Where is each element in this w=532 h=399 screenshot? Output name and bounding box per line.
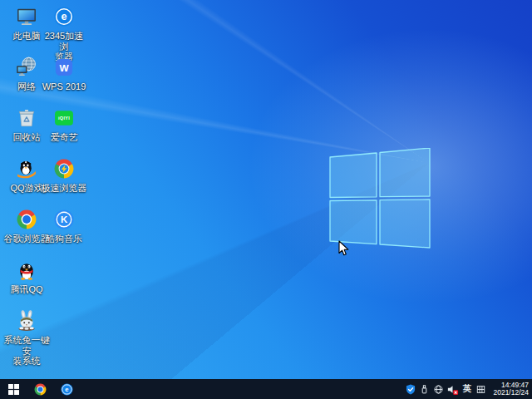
windows-desktop: 此电脑网络回收站QQ游戏谷歌浏览器腾讯QQ系统兔一键安 装系统e2345加速浏 …	[0, 0, 532, 399]
tray-network[interactable]	[432, 382, 445, 397]
svg-text:e: e	[65, 386, 69, 393]
svg-text:K: K	[61, 214, 68, 224]
qq-games-penguin-icon	[15, 157, 38, 180]
tray-ime-lang[interactable]: 英	[461, 382, 473, 397]
desktop-icon-speed-browser[interactable]: 极速浏览器	[41, 157, 87, 194]
rabbit-mascot-icon	[15, 309, 38, 332]
desktop-icon-tencent-qq[interactable]: 腾讯QQ	[3, 259, 50, 295]
taskbar-clock[interactable]: 14:49:47 2021/12/24	[488, 382, 532, 397]
desktop-icon-kugou-music[interactable]: K酷狗音乐	[41, 208, 87, 244]
network-globe-icon	[15, 56, 38, 79]
taskbar: e 英 14:49:47 2021/12/24	[0, 379, 532, 399]
tray-volume[interactable]	[446, 382, 459, 397]
chrome-icon	[15, 208, 38, 231]
globe-icon	[433, 384, 444, 395]
windows-start-icon	[8, 384, 19, 395]
qq-penguin-icon	[15, 259, 38, 282]
tray-usb[interactable]	[418, 382, 431, 397]
taskbar-app-chrome[interactable]	[27, 379, 53, 399]
tray-ime-pad[interactable]	[475, 382, 487, 397]
system-tray: 英 14:49:47 2021/12/24	[403, 379, 532, 399]
desktop-icon-wps-2019[interactable]: WWPS 2019	[41, 56, 87, 92]
mouse-cursor	[337, 240, 349, 257]
kugou-music-icon: K	[52, 208, 76, 231]
iqiyi-icon: iQIYI	[52, 106, 76, 130]
svg-text:e: e	[61, 11, 66, 22]
tray-icon-area: 英	[403, 382, 488, 397]
desktop-icon-grid: 此电脑网络回收站QQ游戏谷歌浏览器腾讯QQ系统兔一键安 装系统e2345加速浏 …	[3, 0, 103, 379]
desktop-icon-label: 爱奇艺	[41, 132, 87, 143]
desktop-icon-system-rabbit[interactable]: 系统兔一键安 装系统	[3, 309, 50, 367]
desktop-icon-label: 酷狗音乐	[41, 234, 87, 244]
desktop-icon-label: 极速浏览器	[41, 183, 87, 194]
speed-browser-icon	[52, 157, 76, 180]
svg-text:iQIYI: iQIYI	[58, 116, 70, 121]
desktop-icon-iqiyi[interactable]: iQIYI爱奇艺	[41, 106, 87, 143]
recycle-bin-icon	[15, 106, 38, 130]
wps-icon: W	[52, 56, 76, 79]
volume-muted-icon	[446, 383, 459, 396]
svg-text:W: W	[59, 62, 69, 74]
ime-language-label: 英	[463, 383, 472, 395]
taskbar-app-2345-browser[interactable]: e	[53, 379, 80, 399]
shield-icon	[405, 383, 416, 396]
desktop-icon-label: WPS 2019	[41, 81, 87, 92]
tray-security[interactable]	[404, 382, 416, 397]
windows-wallpaper-logo	[329, 148, 431, 249]
2345-taskbar-icon: e	[60, 382, 74, 397]
computer-icon	[15, 5, 38, 28]
usb-icon	[419, 383, 430, 395]
chrome-taskbar-icon	[33, 382, 47, 397]
desktop-icon-label: 系统兔一键安 装系统	[3, 335, 50, 367]
taskbar-pinned-apps: e	[27, 379, 80, 399]
desktop-icon-label: 腾讯QQ	[3, 284, 50, 295]
clock-date: 2021/12/24	[493, 389, 529, 397]
desktop-icon-2345-browser[interactable]: e2345加速浏 览器	[41, 5, 87, 62]
start-button[interactable]	[0, 379, 27, 399]
2345-browser-icon: e	[52, 5, 76, 28]
ime-grid-icon	[475, 384, 486, 395]
